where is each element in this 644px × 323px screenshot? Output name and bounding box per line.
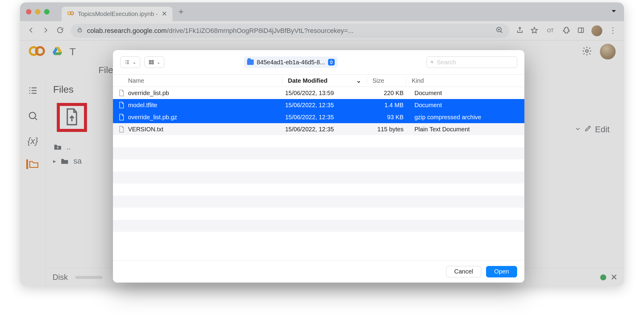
folder-icon — [247, 59, 254, 65]
file-row[interactable]: override_list.pb15/06/2022, 13:59220 KBD… — [113, 87, 524, 99]
search-icon — [430, 59, 434, 65]
file-icon — [118, 90, 125, 96]
file-date: 15/06/2022, 12:35 — [285, 102, 370, 109]
dialog-search[interactable] — [427, 56, 517, 68]
file-size: 93 KB — [370, 114, 409, 121]
dialog-toolbar: ⌄ ⌄ 845e4ad1-eb1a-46d5-8... — [113, 50, 524, 74]
file-name: override_list.pb.gz — [128, 114, 285, 121]
file-size: 1.4 MB — [370, 102, 409, 109]
file-row[interactable]: override_list.pb.gz15/06/2022, 12:3593 K… — [113, 111, 524, 123]
open-button[interactable]: Open — [486, 266, 517, 277]
empty-row — [113, 184, 524, 196]
file-kind: gzip compressed archive — [409, 114, 524, 121]
cancel-button[interactable]: Cancel — [446, 266, 481, 277]
file-date: 15/06/2022, 13:59 — [285, 90, 370, 97]
col-kind[interactable]: Kind — [406, 77, 524, 84]
file-name: model.tflite — [128, 102, 285, 109]
chevron-down-icon: ⌄ — [133, 60, 136, 65]
svg-rect-9 — [149, 60, 151, 62]
folder-popup-stepper[interactable] — [328, 59, 335, 66]
file-icon — [118, 102, 125, 108]
col-name[interactable]: Name — [113, 77, 282, 84]
column-headers: Name Date Modified ⌄ Size Kind — [113, 74, 524, 87]
svg-rect-11 — [149, 63, 151, 64]
empty-row — [113, 208, 524, 220]
search-input[interactable] — [437, 59, 513, 66]
sort-chevron-icon: ⌄ — [356, 77, 361, 84]
file-date: 15/06/2022, 12:35 — [285, 126, 370, 133]
svg-rect-12 — [152, 63, 153, 64]
file-size: 220 KB — [370, 90, 409, 97]
empty-row — [113, 171, 524, 184]
dialog-actions: Cancel Open — [113, 260, 524, 283]
file-icon — [118, 126, 125, 133]
empty-row — [113, 159, 524, 171]
file-date: 15/06/2022, 12:35 — [285, 114, 370, 121]
file-name: VERSION.txt — [128, 126, 285, 133]
file-size: 115 bytes — [370, 126, 409, 133]
file-icon — [118, 114, 125, 120]
svg-point-13 — [431, 61, 433, 63]
empty-row — [113, 220, 524, 232]
group-by-button[interactable]: ⌄ — [144, 56, 164, 68]
empty-row — [113, 147, 524, 159]
svg-rect-10 — [152, 60, 153, 62]
folder-popup[interactable]: 845e4ad1-eb1a-46d5-8... — [244, 56, 338, 68]
empty-row — [113, 196, 524, 208]
view-list-button[interactable]: ⌄ — [120, 56, 140, 68]
folder-name: 845e4ad1-eb1a-46d5-8... — [257, 59, 325, 66]
file-kind: Document — [409, 90, 524, 97]
col-date-modified[interactable]: Date Modified ⌄ — [282, 77, 367, 84]
col-size[interactable]: Size — [367, 77, 406, 84]
file-row[interactable]: model.tflite15/06/2022, 12:351.4 MBDocum… — [113, 99, 524, 111]
file-kind: Plain Text Document — [409, 126, 524, 133]
empty-row — [113, 135, 524, 147]
file-list: override_list.pb15/06/2022, 13:59220 KBD… — [113, 87, 524, 260]
chevron-down-icon: ⌄ — [157, 60, 160, 65]
file-name: override_list.pb — [128, 90, 285, 97]
file-open-dialog: ⌄ ⌄ 845e4ad1-eb1a-46d5-8... Name Date Mo… — [113, 50, 524, 283]
file-kind: Document — [409, 102, 524, 109]
file-row[interactable]: VERSION.txt15/06/2022, 12:35115 bytesPla… — [113, 123, 524, 135]
